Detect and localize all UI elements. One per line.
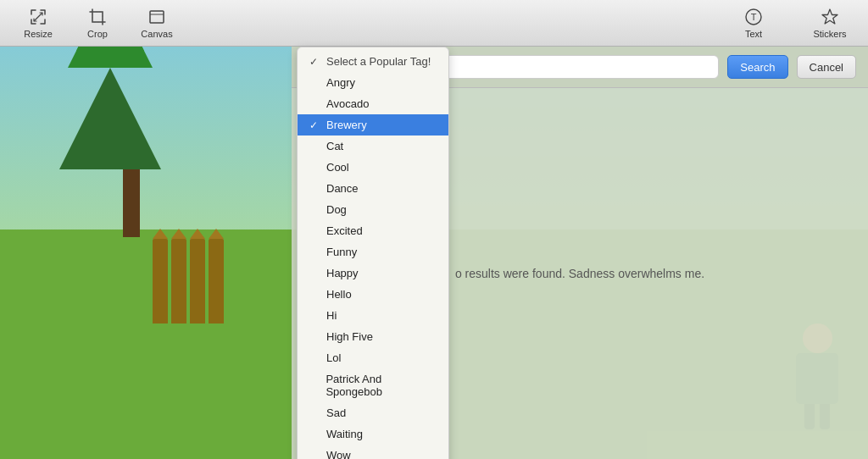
dropdown-item[interactable]: Wow: [298, 445, 448, 459]
dropdown-item[interactable]: Angry: [298, 72, 448, 93]
svg-rect-2: [150, 11, 164, 23]
dropdown-item[interactable]: Excited: [298, 220, 448, 241]
item-checkmark-icon: ✓: [309, 119, 321, 131]
dropdown-item[interactable]: Avocado: [298, 93, 448, 114]
canvas-button[interactable]: Canvas: [127, 3, 186, 43]
dropdown-item[interactable]: Hello: [298, 284, 448, 305]
crop-button[interactable]: Crop: [68, 3, 127, 43]
dropdown-item[interactable]: Happy: [298, 263, 448, 284]
dropdown-item[interactable]: Cat: [298, 135, 448, 157]
toolbar: Resize Crop Canvas T: [0, 0, 868, 47]
dropdown-item[interactable]: Waiting: [298, 423, 448, 445]
resize-label: Resize: [24, 29, 53, 39]
resize-icon: [29, 8, 47, 26]
tree: [102, 34, 161, 237]
checkmark-icon: ✓: [309, 56, 321, 68]
dropdown-item[interactable]: Lol: [298, 347, 448, 368]
svg-line-0: [34, 13, 42, 21]
crop-label: Crop: [87, 29, 108, 39]
canvas-icon: [147, 8, 166, 26]
dropdown-item[interactable]: Dance: [298, 178, 448, 199]
dropdown-item[interactable]: Cool: [298, 157, 448, 178]
text-button[interactable]: T Text: [724, 3, 783, 43]
svg-text:T: T: [751, 12, 757, 22]
dropdown-item[interactable]: Hi: [298, 305, 448, 326]
stickers-icon: [821, 8, 839, 26]
no-results-text: o results were found. Sadness overwhelms…: [455, 267, 704, 280]
resize-button[interactable]: Resize: [8, 3, 68, 43]
text-label: Text: [745, 29, 762, 39]
text-icon: T: [744, 8, 763, 26]
dropdown-item[interactable]: Dog: [298, 199, 448, 220]
fence: [153, 239, 224, 324]
dropdown-item[interactable]: High Five: [298, 326, 448, 347]
dropdown-item[interactable]: Sad: [298, 402, 448, 423]
cancel-button[interactable]: Cancel: [797, 55, 856, 79]
dropdown-item[interactable]: ✓Brewery: [298, 114, 448, 135]
crop-icon: [88, 8, 107, 26]
dropdown-header: ✓ Select a Popular Tag!: [298, 51, 448, 72]
dropdown-item[interactable]: Patrick And Spongebob: [298, 368, 448, 402]
stickers-button[interactable]: Stickers: [800, 3, 860, 43]
svg-rect-1: [92, 12, 103, 22]
search-button[interactable]: Search: [727, 55, 787, 79]
toolbar-right: T Text Stickers: [724, 3, 860, 43]
popular-tags-dropdown: ✓ Select a Popular Tag! AngryAvocado✓Bre…: [297, 47, 449, 459]
dropdown-item[interactable]: Funny: [298, 241, 448, 263]
stickers-label: Stickers: [813, 29, 846, 39]
canvas-label: Canvas: [141, 29, 172, 39]
